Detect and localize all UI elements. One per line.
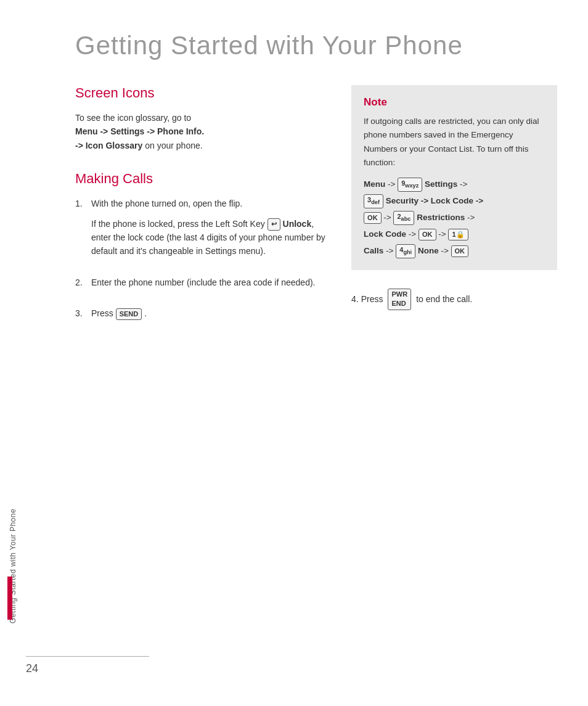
- step-4-text: 4. Press: [351, 292, 383, 306]
- step-1-number: 1.: [75, 197, 86, 265]
- screen-icons-nav: Menu -> Settings -> Phone Info. -> Icon …: [75, 126, 204, 150]
- list-item: 3. Press SEND .: [75, 306, 327, 326]
- unlock-label: Unlock: [283, 219, 312, 229]
- main-content: Getting Started with Your Phone Screen I…: [26, 0, 588, 706]
- key-3def: 3def: [364, 194, 383, 208]
- step-1-main: With the phone turned on, open the flip.: [91, 197, 327, 210]
- left-soft-key: ↩: [267, 218, 280, 230]
- step-2-number: 2.: [75, 276, 86, 295]
- send-key: SEND: [116, 308, 142, 320]
- bottom-divider: [26, 656, 149, 657]
- page-number: 24: [26, 662, 38, 675]
- step-4: 4. Press PWREND to end the call.: [351, 289, 557, 310]
- end-key: PWREND: [388, 289, 411, 310]
- step-1-sub: If the phone is locked, press the Left S…: [91, 217, 327, 258]
- step-1-content: With the phone turned on, open the flip.…: [91, 197, 327, 265]
- key-9wxyz: 9wxyz: [398, 178, 422, 191]
- step-2-main: Enter the phone number (include the area…: [91, 276, 327, 289]
- note-menu-instructions: Menu -> 9wxyz Settings -> 3def Security …: [364, 176, 545, 259]
- key-ok-3: OK: [451, 245, 469, 257]
- key-ok-1: OK: [364, 212, 382, 224]
- step-4-suffix: to end the call.: [416, 292, 472, 306]
- content-area: Screen Icons To see the icon glossary, g…: [38, 85, 557, 675]
- key-2abc: 2abc: [393, 211, 414, 224]
- making-calls-list: 1. With the phone turned on, open the fl…: [75, 197, 327, 326]
- key-1: 1🔒: [448, 229, 468, 240]
- note-body: If outgoing calls are restricted, you ca…: [364, 115, 545, 170]
- making-calls-heading: Making Calls: [75, 171, 327, 187]
- right-column: Note If outgoing calls are restricted, y…: [351, 85, 557, 675]
- left-column: Screen Icons To see the icon glossary, g…: [38, 85, 327, 675]
- key-4ghi: 4ghi: [396, 244, 415, 258]
- note-box: Note If outgoing calls are restricted, y…: [351, 85, 557, 270]
- step-3-main: Press SEND .: [91, 306, 327, 320]
- step-3-number: 3.: [75, 306, 86, 326]
- step-3-content: Press SEND .: [91, 306, 327, 326]
- page-title: Getting Started with Your Phone: [38, 31, 557, 60]
- page: Getting Started with Your Phone 24 Getti…: [0, 0, 588, 706]
- screen-icons-heading: Screen Icons: [75, 85, 327, 101]
- note-heading: Note: [364, 96, 545, 109]
- list-item: 1. With the phone turned on, open the fl…: [75, 197, 327, 265]
- sidebar: Getting Started with Your Phone 24: [0, 0, 26, 706]
- screen-icons-body: To see the icon glossary, go to Menu -> …: [75, 111, 327, 152]
- step-2-content: Enter the phone number (include the area…: [91, 276, 327, 295]
- key-ok-2: OK: [419, 229, 436, 240]
- list-item: 2. Enter the phone number (include the a…: [75, 276, 327, 295]
- sidebar-accent-bar: [7, 577, 12, 620]
- screen-icons-intro: To see the icon glossary, go to Menu -> …: [75, 111, 327, 152]
